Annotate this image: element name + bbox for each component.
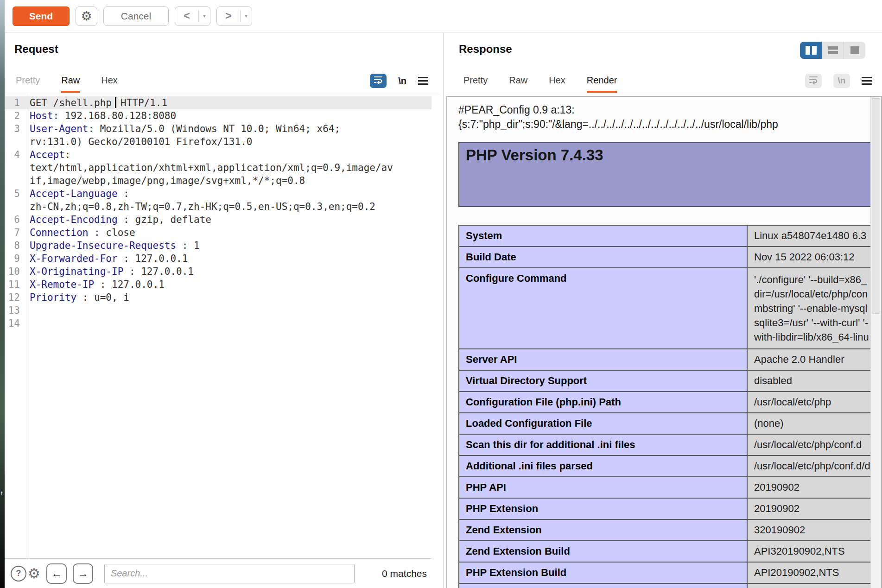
info-label-cell: System (459, 225, 747, 247)
response-tab-pretty[interactable]: Pretty (463, 69, 488, 93)
request-line: 13 (5, 304, 431, 317)
layout-rows-button[interactable] (822, 42, 844, 59)
word-wrap-toggle[interactable] (370, 74, 387, 88)
info-label-cell: Scan this dir for additional .ini files (459, 434, 747, 455)
info-label-cell: PHP Extension (459, 498, 747, 519)
next-match-button[interactable]: → (73, 563, 93, 584)
info-value-cell: 320190902 (747, 519, 870, 541)
info-value-cell: Nov 15 2022 06:03:12 (747, 247, 870, 268)
info-value-cell: 20190902 (747, 477, 870, 498)
request-line: zh-CN,zh;q=0.8,zh-TW;q=0.7,zh-HK;q=0.5,e… (5, 200, 431, 213)
info-label-cell: PHP API (459, 477, 747, 498)
search-settings-icon[interactable]: ⚙ (28, 565, 40, 582)
request-line: 8Upgrade-Insecure-Requests : 1 (5, 239, 431, 252)
request-line: 12Priority : u=0, i (5, 291, 431, 304)
info-row: SystemLinux a548074e1480 6.3 (459, 225, 870, 247)
layout-single-button[interactable] (844, 42, 865, 59)
php-version-heading: PHP Version 7.4.33 (466, 146, 870, 164)
request-line: 4Accept: (5, 148, 431, 161)
info-label-cell: Loaded Configuration File (459, 413, 747, 434)
response-menu-icon[interactable] (862, 77, 872, 85)
word-wrap-icon (808, 75, 819, 87)
request-line: 11X-Remote-IP : 127.0.0.1 (5, 278, 431, 291)
info-value-cell: (none) (747, 413, 870, 434)
line-number: 2 (5, 109, 25, 122)
response-tabs: Pretty Raw Hex Render \n (446, 69, 882, 93)
line-number: 9 (5, 252, 25, 265)
single-layout-icon (850, 46, 859, 54)
pear-config-line1: #PEAR_Config 0.9 a:13: (458, 103, 870, 117)
info-value-cell: API320190902,NTS (747, 541, 870, 562)
info-label-cell: Zend Extension (459, 519, 747, 541)
info-row: Zend Extension320190902 (459, 519, 870, 541)
info-row: Configure Command'./configure' '--build=… (459, 268, 870, 349)
response-tab-hex[interactable]: Hex (549, 69, 565, 93)
info-value-cell: /usr/local/etc/php/conf.d (747, 434, 870, 455)
back-arrow-icon[interactable]: < (175, 10, 198, 22)
line-number (5, 174, 25, 187)
line-number (5, 200, 25, 213)
forward-arrow-icon[interactable]: > (217, 10, 240, 22)
request-line: 2Host: 192.168.80.128:8080 (5, 109, 431, 122)
word-wrap-toggle-disabled[interactable] (805, 74, 822, 88)
response-render-view: #PEAR_Config 0.9 a:13: {s:7:"php_dir";s:… (446, 96, 882, 588)
info-value-cell: API20190902,NTS (747, 562, 870, 583)
line-number: 1 (5, 96, 25, 109)
response-tab-render[interactable]: Render (587, 69, 617, 93)
request-panel: Request Pretty Raw Hex \n 1GET /shell.ph… (5, 33, 438, 588)
help-icon[interactable]: ? (11, 566, 26, 582)
request-line: 7Connection : close (5, 226, 431, 239)
response-scrollbar[interactable] (870, 97, 881, 588)
scrollbar-thumb[interactable] (872, 98, 880, 314)
layout-switcher (800, 42, 865, 59)
info-row: Configuration File (php.ini) Path/usr/lo… (459, 392, 870, 413)
info-value-cell: /usr/local/etc/php (747, 392, 870, 413)
response-tab-raw[interactable]: Raw (509, 69, 527, 93)
forward-dropdown-icon[interactable]: ▼ (241, 13, 252, 19)
request-line: if,image/webp,image/png,image/svg+xml,*/… (5, 174, 431, 187)
panel-divider[interactable] (443, 33, 444, 588)
info-row: PHP API20190902 (459, 477, 870, 498)
search-input[interactable] (104, 564, 355, 583)
request-line: 10X-Originating-IP : 127.0.0.1 (5, 265, 431, 278)
layout-columns-button[interactable] (800, 42, 822, 59)
request-tabs: Pretty Raw Hex \n (5, 69, 438, 93)
request-editor[interactable]: 1GET /shell.phpHTTP/1.12Host: 192.168.80… (5, 94, 431, 558)
previous-match-button[interactable]: ← (46, 563, 67, 584)
cancel-button[interactable]: Cancel (103, 6, 169, 26)
request-line: 3User-Agent: Mozilla/5.0 (Windows NT 10.… (5, 122, 431, 135)
php-version-banner: PHP Version 7.4.33 (458, 142, 870, 207)
info-label-cell (459, 583, 747, 588)
show-newlines-toggle[interactable]: \n (398, 76, 406, 86)
info-label-cell: Zend Extension Build (459, 541, 747, 562)
gear-icon: ⚙ (81, 9, 92, 24)
info-value-cell: /usr/local/etc/php/conf.d/do (747, 455, 870, 477)
rows-layout-icon (828, 46, 838, 54)
desktop-icon-label: t (1, 490, 2, 497)
line-number: 13 (5, 304, 25, 317)
line-number: 4 (5, 148, 25, 161)
show-newlines-toggle-disabled[interactable]: \n (833, 74, 850, 88)
info-row (459, 583, 870, 588)
line-number: 3 (5, 122, 25, 135)
line-number: 7 (5, 226, 25, 239)
response-panel-title: Response (459, 43, 512, 56)
request-line: 9X-Forwarded-For : 127.0.0.1 (5, 252, 431, 265)
line-number: 11 (5, 278, 25, 291)
forward-history-button[interactable]: > ▼ (216, 6, 252, 26)
line-number: 12 (5, 291, 25, 304)
request-tab-pretty[interactable]: Pretty (16, 69, 40, 93)
request-menu-icon[interactable] (418, 77, 428, 85)
response-panel: Response Pretty Raw Hex Render \n #PEA (446, 33, 882, 588)
request-tab-raw[interactable]: Raw (61, 69, 80, 93)
request-tab-hex[interactable]: Hex (101, 69, 118, 93)
back-history-button[interactable]: < ▼ (175, 6, 210, 26)
info-label-cell: Virtual Directory Support (459, 370, 747, 392)
send-settings-button[interactable]: ⚙ (76, 6, 97, 26)
back-dropdown-icon[interactable]: ▼ (199, 13, 210, 19)
phpinfo-table: SystemLinux a548074e1480 6.3Build DateNo… (458, 225, 870, 588)
line-number (5, 161, 25, 174)
send-button[interactable]: Send (13, 6, 70, 26)
info-value-cell: Apache 2.0 Handler (747, 349, 870, 370)
desktop-wallpaper-strip: t (0, 0, 5, 588)
